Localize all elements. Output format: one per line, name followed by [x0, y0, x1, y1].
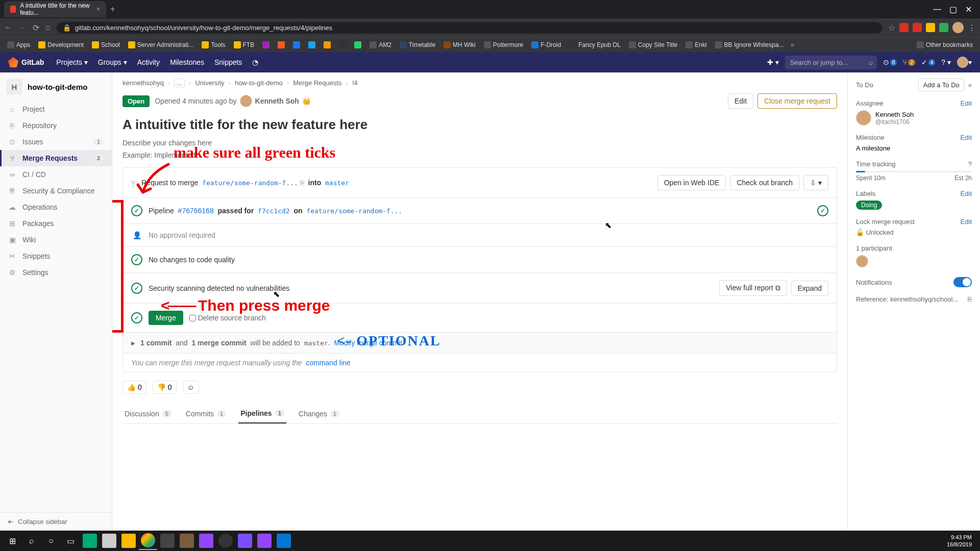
maximize-icon[interactable]: ▢ — [949, 5, 957, 14]
extension-icon[interactable] — [926, 23, 935, 32]
bookmark[interactable] — [259, 40, 273, 49]
bookmark[interactable]: Copy Site Title — [626, 40, 680, 49]
sidebar-item-issues[interactable]: ⊙Issues1 — [0, 134, 112, 150]
bookmark[interactable] — [336, 40, 349, 49]
close-mr-button[interactable]: Close merge request — [757, 93, 837, 109]
todos-counter[interactable]: ✓4 — [921, 58, 936, 66]
breadcrumb-link[interactable]: University — [195, 79, 224, 87]
label-pill[interactable]: Doing — [856, 201, 882, 210]
minimize-icon[interactable]: — — [933, 5, 941, 14]
chevron-right-icon[interactable]: ▶ — [131, 340, 135, 346]
thumbs-up-button[interactable]: 👍 0 — [122, 381, 146, 394]
modify-commit-link[interactable]: Modify merge commit — [334, 339, 402, 347]
participant-avatar[interactable] — [856, 255, 868, 267]
sidebar-item-project[interactable]: ⌂Project — [0, 101, 112, 117]
browser-tab[interactable]: A intuitive title for the new featu... × — [4, 1, 106, 17]
copy-icon[interactable]: ⎘ — [300, 179, 304, 187]
bookmark[interactable] — [351, 40, 364, 49]
close-tab-icon[interactable]: × — [96, 6, 100, 13]
bookmark[interactable]: FTB — [231, 40, 258, 49]
add-todo-button[interactable]: Add a To Do — [918, 79, 964, 91]
sidebar-item-wiki[interactable]: ▣Wiki — [0, 232, 112, 248]
help-dropdown[interactable]: ? ▾ — [941, 58, 951, 66]
bookmark[interactable]: School — [89, 40, 123, 49]
sidebar-item-settings[interactable]: ⚙Settings — [0, 264, 112, 281]
delete-source-checkbox[interactable] — [189, 315, 196, 321]
bookmark[interactable]: BB Ignore Whitespa... — [712, 40, 787, 49]
collapse-sidebar[interactable]: ⇤ Collapse sidebar — [0, 512, 112, 531]
bookmark[interactable]: AM2 — [366, 40, 395, 49]
bookmark[interactable]: Server Administrati... — [125, 40, 197, 49]
new-tab-button[interactable]: + — [110, 5, 115, 14]
edit-milestone[interactable]: Edit — [961, 134, 972, 141]
author-avatar[interactable] — [240, 95, 252, 107]
expand-button[interactable]: Expand — [791, 281, 828, 296]
project-header[interactable]: H how-to-git-demo — [0, 72, 112, 101]
bookmark[interactable] — [321, 40, 334, 49]
search-input[interactable] — [785, 56, 877, 69]
breadcrumb-link[interactable]: kennethsohyq — [122, 79, 164, 87]
breadcrumb-link[interactable]: how-to-git-demo — [235, 79, 283, 87]
nav-snippets[interactable]: Snippets — [210, 56, 246, 68]
close-window-icon[interactable]: ✕ — [965, 5, 972, 14]
breadcrumb-link[interactable]: Merge Requests — [293, 79, 341, 87]
pipeline-link[interactable]: #76766168 — [178, 207, 214, 215]
bookmark[interactable]: Pottermore — [481, 40, 526, 49]
address-bar[interactable]: 🔒 gitlab.com/kennethsohyq/school/univers… — [57, 22, 882, 34]
sidebar-item-operations[interactable]: ☁Operations — [0, 199, 112, 215]
sidebar-item-snippets[interactable]: ✂Snippets — [0, 248, 112, 264]
target-branch[interactable]: master — [325, 179, 349, 187]
notifications-toggle[interactable] — [953, 277, 972, 287]
download-dropdown[interactable]: ⇩ ▾ — [803, 175, 828, 190]
issues-counter[interactable]: ⊙8 — [883, 58, 897, 66]
bookmark[interactable]: Timetable — [397, 40, 438, 49]
nav-projects[interactable]: Projects ▾ — [52, 56, 91, 68]
bookmark-apps[interactable]: Apps — [4, 40, 33, 49]
forward-button[interactable]: → — [18, 23, 27, 32]
breadcrumb-link[interactable]: ... — [174, 79, 185, 87]
check-circle-icon[interactable]: ✓ — [817, 205, 828, 216]
menu-icon[interactable]: ⋮ — [968, 23, 976, 33]
extension-icon[interactable] — [939, 23, 948, 32]
edit-button[interactable]: Edit — [728, 93, 753, 109]
sidebar-item-security-compliance[interactable]: ⛨Security & Compliance — [0, 183, 112, 199]
sidebar-item-packages[interactable]: ⊞Packages — [0, 215, 112, 232]
extension-icon[interactable] — [913, 23, 922, 32]
edit-labels[interactable]: Edit — [961, 190, 972, 197]
bookmark[interactable]: Enki — [682, 40, 709, 49]
sidebar-item-merge-requests[interactable]: ⑂Merge Requests2 — [0, 150, 112, 166]
nav-milestones[interactable]: Milestones — [166, 56, 208, 68]
tab-pipelines[interactable]: Pipelines1 — [238, 404, 286, 423]
open-web-ide-button[interactable]: Open in Web IDE — [657, 175, 726, 190]
edit-assignee[interactable]: Edit — [961, 99, 972, 107]
user-menu[interactable]: ▾ — [957, 57, 972, 68]
sidebar-item-ci-cd[interactable]: ∞CI / CD — [0, 166, 112, 183]
help-icon[interactable]: ? — [968, 160, 972, 168]
other-bookmarks[interactable]: Other bookmarks — [914, 40, 976, 49]
thumbs-down-button[interactable]: 👎 0 — [153, 381, 177, 394]
branch-link[interactable]: feature/some-random-f... — [306, 207, 402, 215]
bookmark[interactable] — [290, 40, 303, 49]
tab-discussion[interactable]: Discussion5 — [122, 404, 174, 423]
command-line-link[interactable]: command line — [306, 359, 350, 367]
new-dropdown[interactable]: ✚ ▾ — [767, 58, 779, 66]
sidebar-collapse-icon[interactable]: » — [968, 81, 972, 89]
bookmark[interactable]: F-Droid — [528, 40, 564, 49]
home-button[interactable]: ⌂ — [45, 23, 51, 32]
mr-counter[interactable]: ⑂2 — [903, 58, 915, 66]
back-button[interactable]: ← — [4, 23, 12, 32]
extension-icon[interactable] — [899, 23, 909, 32]
gitlab-logo[interactable]: GitLab — [8, 57, 44, 67]
bookmark[interactable]: MH Wiki — [440, 40, 479, 49]
tab-commits[interactable]: Commits1 — [184, 404, 228, 423]
sidebar-item-repository[interactable]: ⎘Repository — [0, 117, 112, 134]
commit-sha[interactable]: f7cc1cd2 — [258, 207, 290, 215]
copy-reference-icon[interactable]: ⎘ — [968, 295, 972, 303]
author-name[interactable]: Kenneth Soh — [255, 97, 299, 105]
profile-avatar[interactable] — [952, 22, 964, 33]
edit-lock[interactable]: Edit — [961, 218, 972, 226]
checkout-branch-button[interactable]: Check out branch — [730, 175, 799, 190]
merge-button[interactable]: Merge — [149, 311, 183, 325]
nav-groups[interactable]: Groups ▾ — [94, 56, 131, 68]
nav-performance-icon[interactable]: ◔ — [248, 56, 262, 68]
